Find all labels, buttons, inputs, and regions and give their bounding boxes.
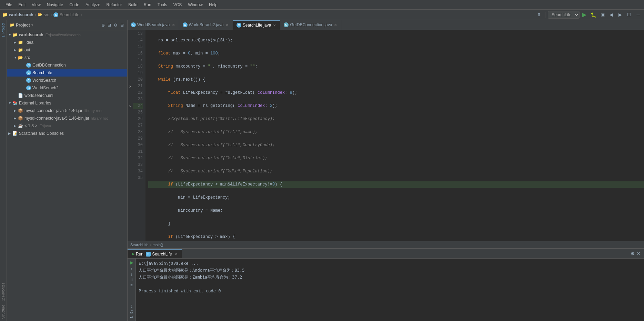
jar-icon-mysql2: 📦 xyxy=(18,116,23,121)
tab-close-searchlife[interactable]: ✕ xyxy=(272,23,276,28)
tree-item-iml[interactable]: 📄 worldsearch.iml xyxy=(7,92,127,99)
tab-close-getdbconn[interactable]: ✕ xyxy=(333,23,338,27)
run-tab-close[interactable]: ✕ xyxy=(175,252,178,256)
tree-item-worldserach2[interactable]: C WorldSerach2 xyxy=(7,84,127,92)
menu-run[interactable]: Run xyxy=(141,2,154,8)
tree-item-searchlife[interactable]: C SearchLife xyxy=(7,69,127,77)
folder-icon-src: 📂 xyxy=(18,55,23,60)
tree-item-src[interactable]: ▼ 📂 src xyxy=(7,54,127,61)
class-icon-worldserach2: C xyxy=(26,86,31,90)
editor-body: ➤ ➤ 131415161718192021222 xyxy=(128,30,644,241)
arrow-mysql2[interactable]: ▶ xyxy=(14,117,18,120)
run-play-icon[interactable]: ▶ xyxy=(130,260,133,265)
toolbar-back-button[interactable]: ◀ xyxy=(607,11,615,19)
coverage-button[interactable]: ▣ xyxy=(599,12,606,17)
tree-label-iml: worldsearch.iml xyxy=(24,93,53,98)
vtab-structure2[interactable]: Structure xyxy=(1,303,6,321)
code-line-24: if (LifeExpectancy < min&&LifeExpectancy… xyxy=(148,181,644,188)
vtab-project[interactable]: 1: Project xyxy=(1,21,6,39)
arrow-scratches[interactable]: ▶ xyxy=(8,132,12,135)
tree-item-out[interactable]: ▶ 📁 out xyxy=(7,46,127,54)
tab-searchlife[interactable]: C SearchLife.java ✕ xyxy=(233,20,281,30)
menu-build[interactable]: Build xyxy=(125,2,140,8)
arrow-out[interactable]: ▶ xyxy=(14,48,18,52)
run-config-select[interactable]: SearchLife xyxy=(548,11,580,19)
run-line-cmd: E:\java\bin\java.exe ... xyxy=(139,260,641,267)
breadcrumb-method[interactable]: main() xyxy=(152,243,163,247)
menu-help[interactable]: Help xyxy=(206,2,220,8)
tree-item-mysql1[interactable]: ▶ 📦 mysql-connector-java-5.1.46.jar libr… xyxy=(7,107,127,114)
tree-label-worldsearch: worldsearch xyxy=(19,32,43,37)
run-dump-icon[interactable]: ≡ xyxy=(130,283,132,287)
run-print-icon[interactable]: 🖨 xyxy=(130,310,133,314)
java-icon-java18: ☕ xyxy=(18,123,23,128)
sidebar-gear-icon[interactable]: ⊞ xyxy=(120,22,124,28)
tree-item-idea[interactable]: ▶ 📁 .idea xyxy=(7,39,127,46)
gutter-arrow-19: ➤ xyxy=(129,85,132,88)
toolbar-vcs-icon[interactable]: ⬆ xyxy=(535,11,543,19)
menu-refactor[interactable]: Refactor xyxy=(104,2,125,8)
menu-code[interactable]: Code xyxy=(67,2,82,8)
tree-item-extlib[interactable]: ▼ 📚 External Libraries xyxy=(7,99,127,107)
menu-vcs[interactable]: VCS xyxy=(171,2,185,8)
arrow-mysql1[interactable]: ▶ xyxy=(14,109,18,112)
menu-edit[interactable]: Edit xyxy=(16,2,28,8)
run-scroll-icon[interactable]: ⤵ xyxy=(131,304,133,308)
vtab-structure[interactable]: 2: Favorites xyxy=(1,281,6,303)
menu-navigate[interactable]: Navigate xyxy=(44,2,66,8)
tree-item-worldsearch[interactable]: ▼ 📁 worldsearch E:\javad\worldsearch xyxy=(7,31,127,39)
menu-file[interactable]: File xyxy=(3,2,15,8)
run-button[interactable]: ▶ xyxy=(581,11,588,18)
menu-tools[interactable]: Tools xyxy=(155,2,170,8)
run-suspend-icon[interactable]: ⏸ xyxy=(130,278,133,282)
menu-window[interactable]: Window xyxy=(185,2,205,8)
tab-close-worldserach2[interactable]: ✕ xyxy=(225,23,229,27)
run-stop-icon[interactable]: ↑ xyxy=(131,267,133,271)
sidebar-dropdown-icon[interactable]: ▾ xyxy=(31,23,33,27)
toolbar-maximize-button[interactable]: ☐ xyxy=(625,11,633,19)
arrow-idea[interactable]: ▶ xyxy=(14,41,18,44)
close-panel-icon[interactable]: ✕ xyxy=(636,250,641,257)
debug-button[interactable]: 🐛 xyxy=(589,12,598,18)
tree-item-mysql2[interactable]: ▶ 📦 mysql-connector-java-5.1.46-bin.jar … xyxy=(7,114,127,122)
run-line-out1: 人口平均寿命最大的国家是：Andorra平均寿命为：83.5 xyxy=(139,267,641,274)
arrow-extlib[interactable]: ▼ xyxy=(8,101,12,105)
tab-worldserach2[interactable]: C WorldSerach2.java ✕ xyxy=(179,20,233,30)
settings-gear-icon[interactable]: ⚙ xyxy=(630,250,635,257)
tabs-bar: C WorldSearch.java ✕ C WorldSerach2.java… xyxy=(128,20,644,30)
bottom-tab-run[interactable]: ▶ Run: S SearchLife ✕ xyxy=(128,249,182,258)
menu-view[interactable]: View xyxy=(29,2,43,8)
tree-item-getdbconn[interactable]: C GetDBConnection xyxy=(7,61,127,69)
iml-icon: 📄 xyxy=(18,93,23,98)
class-icon-getdbconn: C xyxy=(26,63,31,68)
run-softfold-icon[interactable]: ↩ xyxy=(130,315,133,320)
bottom-panel-spacer xyxy=(182,249,630,258)
class-icon-searchlife: C xyxy=(26,70,31,75)
arrow-worldsearch[interactable]: ▼ xyxy=(8,33,12,37)
tree-item-java18[interactable]: ▶ ☕ < 1.8 > E:\java xyxy=(7,122,127,130)
tab-icon-searchlife: C xyxy=(237,23,241,28)
run-config-tab-label: SearchLife xyxy=(152,252,172,257)
tree-item-worldsearch-class[interactable]: C WorldSearch xyxy=(7,77,127,84)
breadcrumb-sep: › xyxy=(150,243,151,247)
toolbar-forward-button[interactable]: ▶ xyxy=(616,11,624,19)
sidebar-collapse-icon[interactable]: ⊟ xyxy=(107,22,112,28)
toolbar-sep1 xyxy=(545,12,545,18)
breadcrumb-file[interactable]: SearchLife xyxy=(130,243,149,247)
folder-icon-out: 📁 xyxy=(18,48,23,52)
sidebar-add-icon[interactable]: ⊕ xyxy=(101,22,105,28)
tab-close-worldsearch[interactable]: ✕ xyxy=(171,23,175,27)
code-editor[interactable]: rs = sql.executeQuery(sqlStr); float max… xyxy=(145,30,644,241)
arrow-java18[interactable]: ▶ xyxy=(14,124,18,128)
menu-analyze[interactable]: Analyze xyxy=(83,2,103,8)
run-rerun-icon[interactable]: ↓ xyxy=(131,272,133,276)
tab-getdbconn[interactable]: C GetDBConnection.java ✕ xyxy=(280,20,341,30)
tree-item-scratches[interactable]: ▶ 📝 Scratches and Consoles xyxy=(7,130,127,137)
tab-worldsearch[interactable]: C WorldSearch.java ✕ xyxy=(128,20,179,30)
project-tree: ▼ 📁 worldsearch E:\javad\worldsearch ▶ 📁… xyxy=(7,30,127,321)
code-line-27: } xyxy=(148,221,644,227)
arrow-src[interactable]: ▼ xyxy=(14,56,18,59)
sidebar-settings-icon[interactable]: ⚙ xyxy=(113,22,118,28)
sidebar: 📁 Project ▾ ⊕ ⊟ ⚙ ⊞ ▼ 📁 worldsearch E:\j… xyxy=(7,20,128,321)
toolbar-minimize-button[interactable]: ─ xyxy=(634,11,642,19)
